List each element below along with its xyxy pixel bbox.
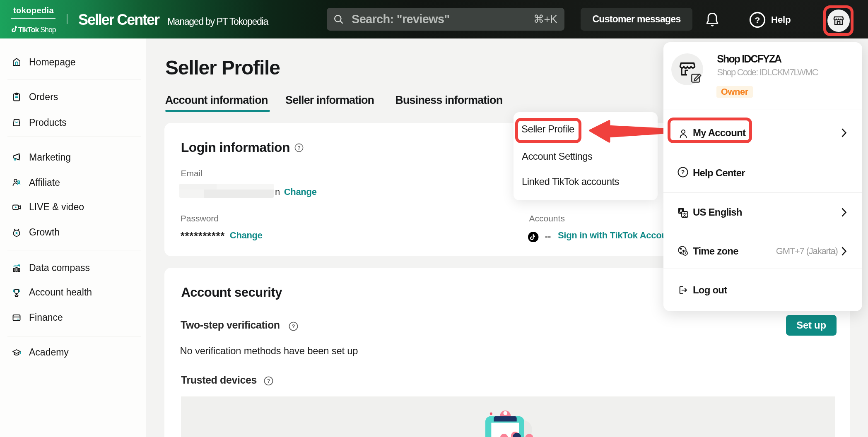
svg-text:文: 文 xyxy=(682,212,687,217)
svg-text:?: ? xyxy=(297,145,301,151)
svg-text:?: ? xyxy=(267,378,270,384)
svg-text:?: ? xyxy=(755,15,760,25)
svg-text:?: ? xyxy=(681,169,685,175)
svg-text:?: ? xyxy=(292,323,295,329)
